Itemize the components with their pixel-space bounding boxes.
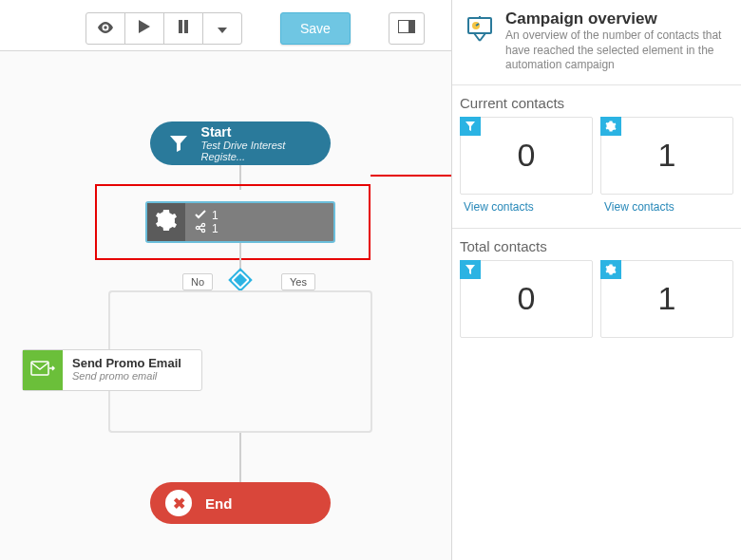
mail-send-icon (30, 359, 55, 382)
svg-point-6 (201, 223, 204, 226)
panel-toggle-button[interactable] (389, 12, 425, 45)
total-contacts-heading: Total contacts (460, 238, 733, 254)
flow-canvas[interactable]: Start Test Drive Interest Registe... 1 1 (0, 51, 451, 560)
total-filter-card[interactable]: 0 (460, 260, 593, 338)
total-gear-card[interactable]: 1 (600, 260, 733, 338)
pause-button[interactable] (163, 12, 203, 45)
view-contacts-link[interactable]: View contacts (604, 200, 674, 214)
pause-icon (178, 20, 189, 37)
panel-header: Campaign overview An overview of the num… (452, 6, 741, 85)
presentation-icon (460, 9, 500, 49)
process-node-info: 1 1 (185, 203, 333, 241)
check-icon (195, 209, 206, 222)
email-node[interactable]: Send Promo Email Send promo email (22, 349, 202, 391)
total-filter-value: 0 (461, 261, 592, 337)
end-node-label: End (205, 495, 232, 512)
decision-yes-label: Yes (281, 273, 315, 290)
current-contacts-heading: Current contacts (460, 95, 733, 111)
preview-button[interactable] (86, 12, 125, 45)
start-node[interactable]: Start Test Drive Interest Registe... (150, 121, 331, 165)
process-node[interactable]: 1 1 (145, 201, 335, 243)
close-icon: ✖ (165, 490, 192, 516)
process-share-count: 1 (212, 222, 218, 235)
connector (239, 433, 241, 484)
side-panel: Campaign overview An overview of the num… (451, 0, 741, 560)
total-gear-value: 1 (601, 261, 732, 337)
total-contacts-section: Total contacts 0 1 (452, 229, 741, 342)
share-icon (195, 222, 206, 236)
panel-title: Campaign overview (505, 9, 733, 28)
save-button[interactable]: Save (280, 12, 351, 45)
svg-point-0 (104, 26, 106, 28)
panel-description: An overview of the number of contacts th… (505, 28, 733, 73)
svg-rect-4 (408, 21, 414, 32)
start-title: Start (201, 124, 331, 140)
email-node-subtitle: Send promo email (72, 370, 192, 382)
toolbar: Save (0, 6, 451, 51)
current-gear-card[interactable]: 1 (600, 117, 733, 195)
email-node-title: Send Promo Email (72, 356, 192, 370)
svg-rect-8 (31, 362, 48, 375)
more-dropdown-button[interactable] (202, 12, 242, 45)
eye-icon (97, 20, 114, 37)
funnel-icon (163, 128, 194, 159)
process-node-icon-slot (147, 203, 185, 241)
play-icon (139, 20, 150, 37)
process-check-count: 1 (212, 209, 218, 222)
current-filter-card[interactable]: 0 (460, 117, 593, 195)
svg-point-7 (201, 229, 204, 232)
play-button[interactable] (124, 12, 164, 45)
email-node-text: Send Promo Email Send promo email (63, 350, 201, 390)
panel-icon (398, 20, 415, 37)
yes-branch-path (239, 290, 372, 433)
svg-point-5 (196, 226, 199, 229)
svg-rect-2 (184, 20, 188, 33)
svg-rect-1 (179, 20, 182, 33)
view-contacts-link[interactable]: View contacts (464, 200, 534, 214)
start-node-text: Start Test Drive Interest Registe... (201, 124, 331, 162)
current-filter-value: 0 (461, 118, 592, 194)
gear-icon (155, 209, 178, 235)
email-node-icon-slot (23, 350, 63, 390)
end-node[interactable]: ✖ End (150, 482, 331, 524)
toolbar-button-group (86, 12, 242, 45)
start-subtitle: Test Drive Interest Registe... (201, 140, 331, 162)
decision-node[interactable] (228, 268, 252, 291)
current-contacts-section: Current contacts 0 1 View contacts View … (452, 85, 741, 218)
current-gear-value: 1 (601, 118, 732, 194)
caret-down-icon (218, 20, 227, 37)
decision-no-label: No (182, 273, 213, 290)
